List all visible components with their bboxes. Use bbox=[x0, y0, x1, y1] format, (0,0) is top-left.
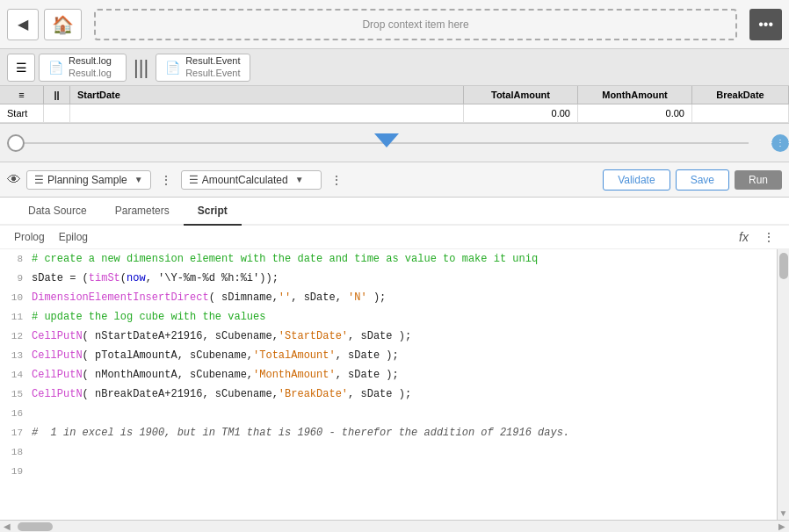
grid-area: ≡ || StartDate TotalAmount MonthAmount B… bbox=[0, 86, 789, 124]
code-line-8: 8 # create a new dimension element with … bbox=[0, 249, 777, 269]
home-icon: 🏠 bbox=[52, 14, 74, 35]
eye-icon[interactable]: 👁 bbox=[7, 172, 21, 188]
scroll-left-arrow[interactable]: ◀ bbox=[0, 520, 14, 532]
amount-name: AmountCalculated bbox=[202, 174, 288, 186]
code-line-12: 12 CellPutN( nStartDateA+21916, sCubenam… bbox=[0, 327, 777, 346]
code-line-10: 10 DimensionElementInsertDirect( sDimnam… bbox=[0, 288, 777, 307]
connector-dot[interactable]: ⋮⋮⋮ bbox=[771, 134, 789, 152]
file2-sub: Result.Event bbox=[185, 68, 240, 79]
drop-context-label: Drop context item here bbox=[362, 18, 468, 31]
validate-button[interactable]: Validate bbox=[603, 169, 670, 191]
code-line-13: 13 CellPutN( pTotalAmountA, sCubename,'T… bbox=[0, 346, 777, 365]
connector-line bbox=[25, 142, 749, 144]
amount-icon: ☰ bbox=[189, 174, 199, 186]
plan-dropdown-arrow: ▼ bbox=[134, 175, 143, 184]
scroll-down-arrow[interactable]: ▼ bbox=[778, 507, 789, 520]
scrollbar-thumb-v bbox=[779, 253, 788, 279]
code-line-11: 11 # update the log cube with the values bbox=[0, 307, 777, 327]
connector-left-circle bbox=[7, 134, 25, 152]
sidebar-toggle-button[interactable]: ☰ bbox=[7, 54, 35, 82]
tab-datasource[interactable]: Data Source bbox=[14, 198, 101, 226]
plan-icon: ☰ bbox=[34, 174, 44, 186]
plan-more-dots[interactable]: ⋮ bbox=[156, 171, 176, 189]
tab-script[interactable]: Script bbox=[184, 198, 242, 226]
home-button[interactable]: 🏠 bbox=[44, 9, 82, 40]
row-breakdate bbox=[692, 104, 789, 122]
scroll-right-arrow[interactable]: ▶ bbox=[775, 520, 789, 532]
file-event-icon: 📄 bbox=[165, 61, 180, 75]
table-row: Start 0.00 0.00 bbox=[0, 104, 789, 123]
col-totalamount: TotalAmount bbox=[464, 86, 578, 104]
save-button[interactable]: Save bbox=[676, 169, 729, 191]
code-line-14: 14 CellPutN( nMonthAmountA, sCubename,'M… bbox=[0, 365, 777, 385]
amount-more-dots[interactable]: ⋮ bbox=[327, 171, 346, 189]
script-subtabs: Prolog Epilog fx ⋮ bbox=[0, 226, 789, 249]
row-cell-1: Start bbox=[0, 104, 44, 122]
file1-sub: Result.log bbox=[69, 68, 112, 79]
amount-dropdown-arrow: ▼ bbox=[295, 175, 304, 184]
plan-name: Planning Sample bbox=[47, 174, 127, 186]
file-log-icon: 📄 bbox=[48, 61, 63, 75]
result-event-tab[interactable]: 📄 Result.Event Result.Event bbox=[156, 54, 250, 82]
col-header-2: || bbox=[44, 86, 70, 104]
back-button[interactable]: ◀ bbox=[7, 9, 39, 40]
col-startdate: StartDate bbox=[70, 86, 464, 104]
fx-button[interactable]: fx bbox=[739, 230, 749, 244]
script-section: 👁 ☰ Planning Sample ▼ ⋮ ☰ AmountCalculat… bbox=[0, 162, 789, 532]
row-totalamount: 0.00 bbox=[464, 104, 578, 122]
top-toolbar: ◀ 🏠 Drop context item here ••• bbox=[0, 0, 789, 49]
sidebar-icon: ☰ bbox=[16, 61, 27, 75]
code-line-17: 17 # 1 in excel is 1900, but in TM1 that… bbox=[0, 423, 777, 442]
file2-name: Result.Event bbox=[185, 55, 240, 67]
code-line-19: 19 bbox=[0, 462, 777, 481]
vertical-scrollbar[interactable]: ▼ bbox=[777, 249, 789, 520]
more-options-button[interactable]: ••• bbox=[749, 9, 782, 40]
col-breakdate: BreakDate bbox=[692, 86, 789, 104]
code-area[interactable]: 8 # create a new dimension element with … bbox=[0, 249, 777, 520]
drop-context-area[interactable]: Drop context item here bbox=[94, 9, 737, 40]
run-button[interactable]: Run bbox=[735, 170, 782, 190]
script-toolbar: 👁 ☰ Planning Sample ▼ ⋮ ☰ AmountCalculat… bbox=[0, 162, 789, 198]
subtab-epilog[interactable]: Epilog bbox=[59, 229, 88, 245]
code-line-18: 18 bbox=[0, 442, 777, 462]
connector-arrow-down bbox=[374, 133, 399, 147]
plan-selector[interactable]: ☰ Planning Sample ▼ bbox=[26, 170, 151, 190]
tab-parameters[interactable]: Parameters bbox=[101, 198, 184, 226]
row-startdate bbox=[70, 104, 464, 122]
col-header-1: ≡ bbox=[0, 86, 44, 104]
file1-name: Result.log bbox=[69, 55, 112, 67]
connector-area: ⋮⋮⋮ bbox=[0, 124, 789, 162]
col-monthamount: MonthAmount bbox=[578, 86, 692, 104]
code-line-16: 16 bbox=[0, 404, 777, 423]
code-line-15: 15 CellPutN( nBreakDateA+21916, sCubenam… bbox=[0, 385, 777, 404]
horizontal-scrollbar[interactable]: ◀ ▶ bbox=[0, 520, 789, 532]
main-layout: ◀ 🏠 Drop context item here ••• ☰ 📄 Resul… bbox=[0, 0, 789, 532]
chart-icon: ||| bbox=[134, 56, 148, 79]
code-outer: 8 # create a new dimension element with … bbox=[0, 249, 789, 520]
row-cell-2 bbox=[44, 104, 70, 122]
tab-bar: ☰ 📄 Result.log Result.log ||| 📄 Result.E… bbox=[0, 49, 789, 86]
code-line-9: 9 sDate = (timSt(now, '\Y-%m-%d %h:%i'))… bbox=[0, 269, 777, 288]
row-monthamount: 0.00 bbox=[578, 104, 692, 122]
subtab-more-dots[interactable]: ⋮ bbox=[763, 230, 775, 244]
scrollbar-thumb-h bbox=[18, 522, 53, 531]
script-tabs: Data Source Parameters Script bbox=[0, 198, 789, 226]
subtab-prolog[interactable]: Prolog bbox=[14, 229, 45, 245]
amount-selector[interactable]: ☰ AmountCalculated ▼ bbox=[181, 170, 322, 190]
result-log-tab[interactable]: 📄 Result.log Result.log bbox=[39, 54, 127, 82]
grid-header: ≡ || StartDate TotalAmount MonthAmount B… bbox=[0, 86, 789, 104]
